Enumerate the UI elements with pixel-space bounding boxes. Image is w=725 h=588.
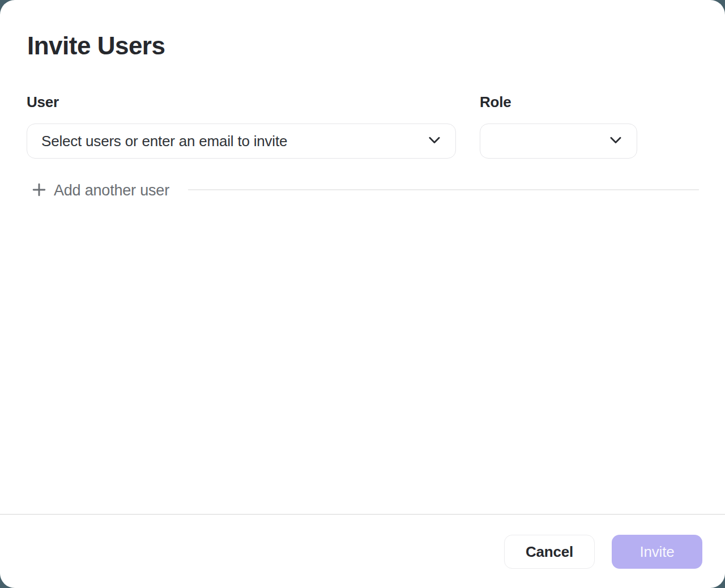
footer-divider [0, 514, 725, 515]
cancel-button[interactable]: Cancel [504, 535, 595, 569]
add-user-divider [188, 189, 699, 190]
role-field-label: Role [480, 92, 511, 112]
chevron-down-icon [427, 133, 442, 150]
user-select-placeholder: Select users or enter an email to invite [41, 133, 427, 150]
user-field-label: User [27, 92, 59, 112]
user-select[interactable]: Select users or enter an email to invite [27, 123, 456, 159]
plus-icon [31, 182, 47, 199]
modal-title: Invite Users [27, 32, 165, 60]
invite-users-modal: Invite Users User Select users or enter … [0, 0, 725, 588]
add-another-user-label: Add another user [54, 182, 169, 199]
add-another-user-button[interactable]: Add another user [31, 180, 169, 201]
role-select[interactable] [480, 123, 637, 159]
page-backdrop: Invite Users User Select users or enter … [0, 0, 725, 588]
chevron-down-icon [608, 133, 623, 150]
invite-button[interactable]: Invite [612, 535, 702, 569]
